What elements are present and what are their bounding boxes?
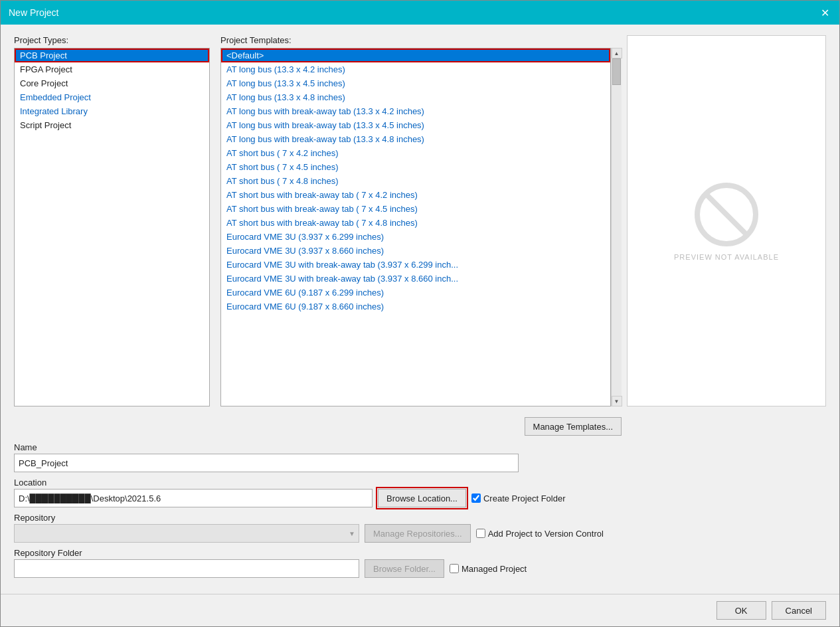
repository-folder-label: Repository Folder bbox=[14, 548, 826, 558]
svg-line-1 bbox=[707, 195, 746, 234]
name-label: Name bbox=[14, 442, 826, 452]
preview-not-available-text: PREVIEW NOT AVAILABLE bbox=[674, 253, 779, 261]
template-item[interactable]: AT long bus (13.3 x 4.8 inches) bbox=[221, 90, 610, 104]
scroll-down-arrow[interactable]: ▼ bbox=[612, 396, 622, 406]
managed-project-text: Managed Project bbox=[462, 564, 527, 574]
repository-folder-section: Repository Folder Browse Folder... Manag… bbox=[14, 548, 826, 578]
template-item[interactable]: AT short bus with break-away tab ( 7 x 4… bbox=[221, 188, 610, 202]
list-item[interactable]: Core Project bbox=[15, 76, 209, 90]
template-item[interactable]: Eurocard VME 6U (9.187 x 6.299 inches) bbox=[221, 286, 610, 300]
templates-list: <Default> AT long bus (13.3 x 4.2 inches… bbox=[220, 48, 611, 406]
name-row bbox=[14, 454, 826, 472]
preview-icon bbox=[693, 181, 760, 248]
project-types-panel: Project Types: PCB Project FPGA Project … bbox=[14, 35, 210, 406]
templates-panel: Project Templates: <Default> AT long bus… bbox=[220, 35, 622, 406]
browse-folder-button[interactable]: Browse Folder... bbox=[365, 559, 444, 578]
repository-section: Repository ▼ Manage Repositories... Add … bbox=[14, 513, 826, 543]
template-item[interactable]: AT long bus (13.3 x 4.5 inches) bbox=[221, 76, 610, 90]
location-label: Location bbox=[14, 478, 826, 488]
template-item[interactable]: AT long bus with break-away tab (13.3 x … bbox=[221, 132, 610, 146]
location-row: Browse Location... Create Project Folder bbox=[14, 489, 826, 507]
name-section: Name bbox=[14, 442, 826, 472]
list-item[interactable]: Embedded Project bbox=[15, 90, 209, 104]
project-types-label: Project Types: bbox=[14, 35, 210, 45]
managed-project-label: Managed Project bbox=[450, 564, 527, 574]
template-item[interactable]: AT short bus ( 7 x 4.5 inches) bbox=[221, 160, 610, 174]
ok-button[interactable]: OK bbox=[716, 601, 766, 620]
repository-dropdown[interactable] bbox=[14, 524, 359, 543]
list-item[interactable]: Integrated Library bbox=[15, 104, 209, 118]
scroll-up-arrow[interactable]: ▲ bbox=[612, 48, 622, 58]
create-project-folder-label: Create Project Folder bbox=[471, 493, 566, 503]
dialog-body: Project Types: PCB Project FPGA Project … bbox=[1, 25, 839, 594]
templates-inner: <Default> AT long bus (13.3 x 4.2 inches… bbox=[220, 48, 622, 406]
name-input[interactable] bbox=[14, 454, 519, 472]
cancel-button[interactable]: Cancel bbox=[772, 601, 826, 620]
template-item[interactable]: AT long bus with break-away tab (13.3 x … bbox=[221, 118, 610, 132]
repository-row: ▼ Manage Repositories... Add Project to … bbox=[14, 524, 826, 543]
list-item[interactable]: FPGA Project bbox=[15, 62, 209, 76]
templates-scrollbar[interactable]: ▲ ▼ bbox=[611, 48, 622, 406]
scroll-thumb[interactable] bbox=[612, 58, 621, 85]
add-to-version-control-label: Add Project to Version Control bbox=[476, 529, 604, 539]
manage-repositories-button[interactable]: Manage Repositories... bbox=[365, 524, 471, 543]
location-section: Location Browse Location... Create Proje… bbox=[14, 478, 826, 507]
managed-project-checkbox[interactable] bbox=[450, 564, 459, 573]
manage-templates-button[interactable]: Manage Templates... bbox=[525, 417, 622, 436]
template-item[interactable]: Eurocard VME 3U (3.937 x 6.299 inches) bbox=[221, 230, 610, 244]
preview-panel: PREVIEW NOT AVAILABLE bbox=[627, 35, 826, 406]
template-item[interactable]: AT short bus with break-away tab ( 7 x 4… bbox=[221, 216, 610, 230]
template-item[interactable]: Eurocard VME 3U with break-away tab (3.9… bbox=[221, 258, 610, 272]
template-item[interactable]: <Default> bbox=[221, 48, 610, 62]
templates-list-container: <Default> AT long bus (13.3 x 4.2 inches… bbox=[220, 48, 611, 406]
template-item[interactable]: Eurocard VME 6U (9.187 x 8.660 inches) bbox=[221, 300, 610, 314]
top-section: Project Types: PCB Project FPGA Project … bbox=[14, 35, 826, 406]
template-item[interactable]: AT long bus (13.3 x 4.2 inches) bbox=[221, 62, 610, 76]
repository-folder-row: Browse Folder... Managed Project bbox=[14, 559, 826, 578]
template-item[interactable]: AT short bus ( 7 x 4.8 inches) bbox=[221, 174, 610, 188]
add-to-version-control-checkbox[interactable] bbox=[476, 529, 485, 538]
list-item[interactable]: PCB Project bbox=[15, 48, 209, 62]
title-bar: New Project ✕ bbox=[1, 1, 839, 25]
dialog-title: New Project bbox=[9, 7, 58, 18]
repository-label: Repository bbox=[14, 513, 826, 523]
dialog-footer: OK Cancel bbox=[1, 594, 839, 626]
list-item[interactable]: Script Project bbox=[15, 118, 209, 132]
form-section: Name Location Browse Location... Create … bbox=[14, 442, 826, 583]
browse-location-button[interactable]: Browse Location... bbox=[378, 489, 466, 507]
template-item[interactable]: Eurocard VME 3U (3.937 x 8.660 inches) bbox=[221, 244, 610, 258]
create-project-folder-checkbox[interactable] bbox=[471, 493, 481, 503]
add-to-version-control-text: Add Project to Version Control bbox=[488, 529, 604, 539]
close-button[interactable]: ✕ bbox=[818, 6, 831, 19]
scroll-track[interactable] bbox=[612, 58, 622, 396]
template-item[interactable]: AT short bus with break-away tab ( 7 x 4… bbox=[221, 202, 610, 216]
project-templates-label: Project Templates: bbox=[220, 35, 622, 45]
repository-dropdown-container: ▼ bbox=[14, 524, 359, 543]
template-item[interactable]: Eurocard VME 3U with break-away tab (3.9… bbox=[221, 272, 610, 286]
create-project-folder-text: Create Project Folder bbox=[483, 493, 566, 503]
manage-templates-row: Manage Templates... bbox=[14, 417, 826, 436]
new-project-dialog: New Project ✕ Project Types: PCB Project… bbox=[0, 0, 840, 627]
repository-folder-input[interactable] bbox=[14, 559, 359, 578]
location-input[interactable] bbox=[14, 489, 373, 507]
project-types-list: PCB Project FPGA Project Core Project Em… bbox=[14, 48, 210, 406]
template-item[interactable]: AT long bus with break-away tab (13.3 x … bbox=[221, 104, 610, 118]
template-item[interactable]: AT short bus ( 7 x 4.2 inches) bbox=[221, 146, 610, 160]
